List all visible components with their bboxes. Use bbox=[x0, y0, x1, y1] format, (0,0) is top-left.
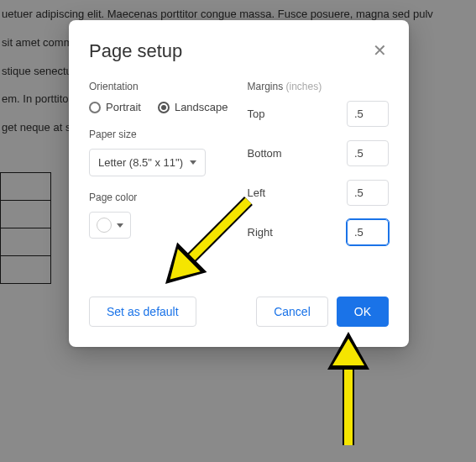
paper-size-label: Paper size bbox=[89, 129, 231, 140]
margin-left-input[interactable] bbox=[347, 180, 389, 206]
paper-size-select[interactable]: Letter (8.5" x 11") bbox=[89, 149, 206, 176]
margin-bottom-input[interactable] bbox=[347, 140, 389, 166]
page-color-label: Page color bbox=[89, 192, 231, 203]
ok-button[interactable]: OK bbox=[337, 297, 389, 327]
dialog-title: Page setup bbox=[89, 40, 182, 62]
margin-bottom-label: Bottom bbox=[248, 147, 282, 160]
margin-top-input[interactable] bbox=[347, 101, 389, 127]
close-icon[interactable]: ✕ bbox=[371, 40, 389, 60]
landscape-label: Landscape bbox=[175, 101, 228, 113]
orientation-label: Orientation bbox=[89, 81, 231, 92]
set-as-default-button[interactable]: Set as default bbox=[89, 297, 196, 327]
margin-right-label: Right bbox=[248, 226, 273, 239]
paper-size-value: Letter (8.5" x 11") bbox=[98, 156, 183, 169]
orientation-portrait-radio[interactable]: Portrait bbox=[89, 101, 141, 113]
color-swatch-icon bbox=[97, 218, 112, 233]
orientation-landscape-radio[interactable]: Landscape bbox=[158, 101, 228, 113]
caret-down-icon bbox=[190, 160, 196, 165]
page-setup-dialog: Page setup ✕ Orientation Portrait Landsc… bbox=[69, 20, 409, 347]
caret-down-icon bbox=[117, 223, 123, 228]
margins-label: Margins (inches) bbox=[248, 81, 390, 92]
radio-icon bbox=[158, 102, 170, 113]
page-color-select[interactable] bbox=[89, 212, 131, 239]
portrait-label: Portrait bbox=[106, 101, 141, 113]
margin-left-label: Left bbox=[248, 186, 266, 199]
margin-top-label: Top bbox=[248, 108, 265, 120]
radio-icon bbox=[89, 102, 101, 113]
background-table bbox=[0, 172, 51, 284]
cancel-button[interactable]: Cancel bbox=[256, 297, 328, 327]
margin-right-input[interactable] bbox=[347, 219, 389, 245]
